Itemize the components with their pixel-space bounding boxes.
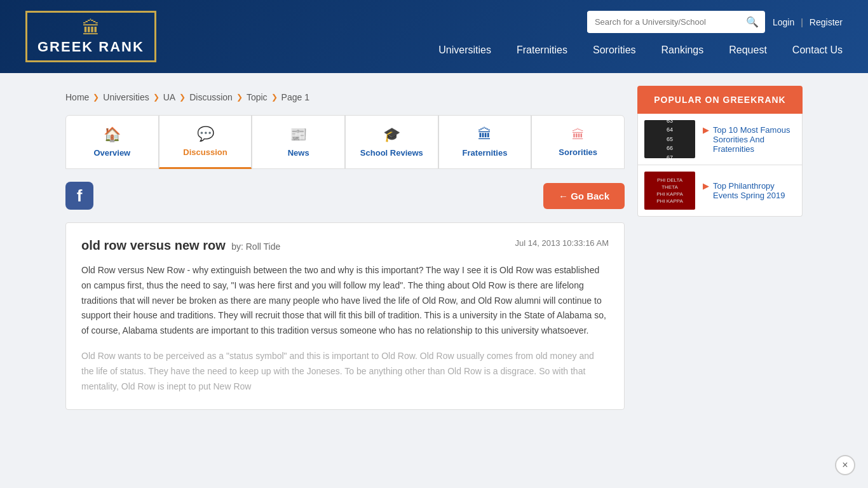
breadcrumb-sep-3: ❯ xyxy=(179,93,186,102)
nav-universities[interactable]: Universities xyxy=(438,38,491,62)
popular-item-arrow-0: ▶ xyxy=(703,125,709,135)
tab-fraternities-label: Fraternities xyxy=(463,148,508,158)
logo-icon: 🏛 xyxy=(82,18,100,39)
sororities-icon: 🏛 xyxy=(572,128,585,142)
popular-item-arrow-1: ▶ xyxy=(703,181,709,191)
tab-overview-label: Overview xyxy=(93,148,130,158)
nav-contact-us[interactable]: Contact Us xyxy=(792,38,843,62)
post-body-paragraph1: Old Row versus New Row - why extinguish … xyxy=(81,263,609,339)
breadcrumb-discussion[interactable]: Discussion xyxy=(189,92,233,102)
auth-separator: | xyxy=(801,17,803,27)
breadcrumb-universities[interactable]: Universities xyxy=(103,92,149,102)
breadcrumb-sep-4: ❯ xyxy=(236,93,243,102)
popular-item-0[interactable]: 6364656667 ▶ Top 10 Most Famous Sororiti… xyxy=(637,114,803,165)
logo[interactable]: 🏛 GREEK RANK xyxy=(25,11,156,62)
go-back-button[interactable]: ← Go Back xyxy=(543,183,625,209)
popular-thumb-0: 6364656667 xyxy=(644,120,695,158)
post-title-area: old row versus new row by: Roll Tide xyxy=(81,238,280,253)
nav-rankings[interactable]: Rankings xyxy=(661,38,704,62)
popular-item-1[interactable]: PHI DELTATHETAPHI KAPPAPHI KAPPA ▶ Top P… xyxy=(637,165,803,217)
tab-school-reviews[interactable]: 🎓 School Reviews xyxy=(345,115,438,169)
header-top: 🔍 Login | Register xyxy=(587,11,843,33)
nav-sororities[interactable]: Sororities xyxy=(593,38,636,62)
breadcrumb: Home ❯ Universities ❯ UA ❯ Discussion ❯ … xyxy=(65,92,625,102)
logo-text: GREEK RANK xyxy=(37,39,144,55)
main-nav: Universities Fraternities Sororities Ran… xyxy=(438,38,843,62)
login-link[interactable]: Login xyxy=(773,17,794,27)
post-byline: by: Roll Tide xyxy=(229,241,280,252)
tab-sororities-label: Sororities xyxy=(559,147,597,157)
tab-discussion[interactable]: 💬 Discussion xyxy=(159,115,252,169)
header-right: 🔍 Login | Register Universities Fraterni… xyxy=(438,11,843,62)
breadcrumb-topic[interactable]: Topic xyxy=(247,92,268,102)
popular-thumb-1: PHI DELTATHETAPHI KAPPAPHI KAPPA xyxy=(644,172,695,210)
post-date: Jul 14, 2013 10:33:16 AM xyxy=(515,238,609,248)
nav-fraternities[interactable]: Fraternities xyxy=(517,38,567,62)
site-header: 🏛 GREEK RANK 🔍 Login | Register Universi… xyxy=(0,0,868,73)
tab-overview[interactable]: 🏠 Overview xyxy=(65,115,159,169)
overview-icon: 🏠 xyxy=(104,126,121,143)
search-button[interactable]: 🔍 xyxy=(740,11,765,33)
school-reviews-icon: 🎓 xyxy=(383,126,400,143)
main-content: Home ❯ Universities ❯ UA ❯ Discussion ❯ … xyxy=(53,73,815,423)
tab-discussion-label: Discussion xyxy=(183,147,227,157)
facebook-icon[interactable]: f xyxy=(65,182,93,210)
post-body-paragraph2: Old Row wants to be perceived as a "stat… xyxy=(81,349,609,394)
tab-news-label: News xyxy=(288,148,309,158)
breadcrumb-ua[interactable]: UA xyxy=(163,92,175,102)
popular-header: POPULAR ON GREEKRANK xyxy=(637,86,803,114)
action-bar: f ← Go Back xyxy=(65,182,625,210)
news-icon: 📰 xyxy=(290,126,307,143)
search-bar[interactable]: 🔍 xyxy=(587,11,765,33)
popular-item-text-1: ▶ Top Philanthropy Events Spring 2019 xyxy=(703,181,796,200)
auth-links: Login | Register xyxy=(773,17,843,27)
post-title: old row versus new row by: Roll Tide xyxy=(81,238,280,252)
tab-school-reviews-label: School Reviews xyxy=(360,148,423,158)
fraternities-icon: 🏛 xyxy=(478,126,492,143)
tab-news[interactable]: 📰 News xyxy=(252,115,345,169)
breadcrumb-sep-1: ❯ xyxy=(93,93,99,102)
breadcrumb-sep-2: ❯ xyxy=(153,93,159,102)
register-link[interactable]: Register xyxy=(810,17,843,27)
tab-sororities[interactable]: 🏛 Sororities xyxy=(531,115,625,169)
breadcrumb-page: Page 1 xyxy=(281,92,309,102)
left-content: Home ❯ Universities ❯ UA ❯ Discussion ❯ … xyxy=(65,86,625,410)
nav-request[interactable]: Request xyxy=(729,38,767,62)
discussion-icon: 💬 xyxy=(197,126,214,142)
tab-navigation: 🏠 Overview 💬 Discussion 📰 News 🎓 School … xyxy=(65,115,625,169)
search-input[interactable] xyxy=(587,12,740,32)
post-header: old row versus new row by: Roll Tide Jul… xyxy=(81,238,609,253)
tab-fraternities[interactable]: 🏛 Fraternities xyxy=(438,115,532,169)
popular-item-title-1: Top Philanthropy Events Spring 2019 xyxy=(713,181,796,200)
popular-item-text-0: ▶ Top 10 Most Famous Sororities And Frat… xyxy=(703,125,796,154)
discussion-post: old row versus new row by: Roll Tide Jul… xyxy=(65,222,625,410)
right-sidebar: POPULAR ON GREEKRANK 6364656667 ▶ Top 10… xyxy=(637,86,803,410)
breadcrumb-home[interactable]: Home xyxy=(65,92,89,102)
post-title-text: old row versus new row xyxy=(81,238,226,252)
breadcrumb-sep-5: ❯ xyxy=(271,93,278,102)
popular-item-title-0: Top 10 Most Famous Sororities And Frater… xyxy=(713,125,796,154)
